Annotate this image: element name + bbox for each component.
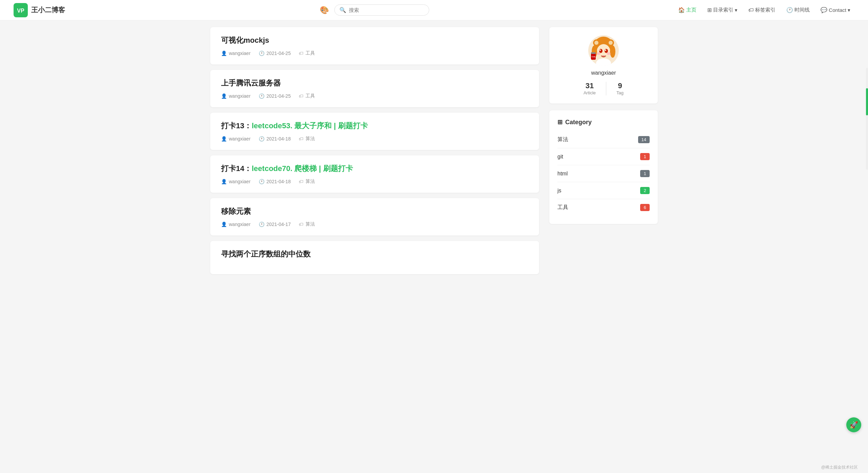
dropdown-arrow-contact: ▾ [848,7,850,13]
logo-svg: VP [14,3,28,17]
category-item-js[interactable]: js 2 [557,182,650,199]
article-card: 打卡13：leetcode53. 最大子序和 | 刷题打卡 👤 wangxiae… [210,113,539,150]
nav-timeline[interactable]: 🕐 时间线 [782,5,814,15]
article-title[interactable]: 寻找两个正序数组的中位数 [221,249,528,259]
grid-category-icon: ⊞ [557,118,563,126]
tag-count: 9 [618,81,622,90]
site-logo[interactable]: VP 王小二博客 [14,3,75,17]
svg-point-13 [599,50,601,51]
search-icon: 🔍 [339,7,346,13]
svg-point-16 [607,52,611,55]
category-item-tools[interactable]: 工具 6 [557,199,650,216]
profile-card: Cola wangxiaer 31 Article 9 Tag [549,27,658,103]
clock-icon: 🕐 [259,179,264,184]
svg-point-10 [609,41,613,45]
article-date: 🕐 2021-04-25 [259,93,291,99]
svg-point-14 [605,50,606,51]
label-icon: 🏷 [299,136,303,141]
site-header: VP 王小二博客 🎨 🔍 🏠 主页 ⊞ 目录索引 ▾ 🏷 标签索引 🕐 时间线 [0,0,868,20]
article-count: 31 [586,81,594,90]
article-author: 👤 wangxiaer [221,93,251,99]
home-icon: 🏠 [678,7,685,13]
category-card: ⊞ Category 算法 14 git 1 html 1 js 2 工具 6 [549,110,658,224]
nav-contact[interactable]: 💬 Contact ▾ [816,5,854,15]
label-icon: 🏷 [299,93,303,99]
article-card: 移除元素 👤 wangxiaer 🕐 2021-04-17 🏷 算法 [210,198,539,235]
article-card: 寻找两个正序数组的中位数 [210,241,539,274]
clock-nav-icon: 🕐 [786,7,793,13]
sidebar: Cola wangxiaer 31 Article 9 Tag [549,27,658,280]
article-title[interactable]: 可视化mockjs [221,35,528,45]
avatar: Cola [588,35,619,66]
clock-icon: 🕐 [259,93,264,99]
stat-article: 31 Article [573,81,606,95]
article-meta: 👤 wangxiaer 🕐 2021-04-18 🏷 算法 [221,136,528,142]
search-box: 🔍 [334,4,429,16]
svg-point-15 [596,52,600,55]
article-meta: 👤 wangxiaer 🕐 2021-04-25 🏷 工具 [221,93,528,99]
clock-icon: 🕐 [259,136,264,141]
svg-point-8 [594,41,598,45]
category-item-algorithm[interactable]: 算法 14 [557,131,650,148]
article-card: 上手腾讯云服务器 👤 wangxiaer 🕐 2021-04-25 🏷 工具 [210,70,539,107]
category-title: ⊞ Category [557,118,650,126]
article-tag[interactable]: 🏷 算法 [299,221,315,227]
header-center: 🎨 🔍 [81,4,667,16]
user-icon: 👤 [221,93,227,99]
chat-icon: 💬 [821,7,827,13]
site-title: 王小二博客 [31,5,65,15]
article-meta: 👤 wangxiaer 🕐 2021-04-18 🏷 算法 [221,178,528,185]
category-item-html[interactable]: html 1 [557,165,650,182]
article-meta: 👤 wangxiaer 🕐 2021-04-17 🏷 算法 [221,221,528,227]
article-title[interactable]: 移除元素 [221,206,528,216]
category-item-git[interactable]: git 1 [557,148,650,165]
article-author: 👤 wangxiaer [221,136,251,141]
clock-icon: 🕐 [259,51,264,56]
category-badge: 1 [640,170,650,177]
category-badge: 2 [640,187,650,194]
svg-point-11 [599,49,603,53]
article-author: 👤 wangxiaer [221,179,251,184]
grid-icon: ⊞ [707,7,712,13]
svg-point-6 [610,45,615,58]
scrollbar-thumb[interactable] [866,88,868,115]
category-badge: 14 [638,136,650,143]
svg-point-12 [605,49,608,53]
palette-icon[interactable]: 🎨 [320,6,329,15]
nav-catalog[interactable]: ⊞ 目录索引 ▾ [703,5,742,15]
article-meta: 👤 wangxiaer 🕐 2021-04-25 🏷 工具 [221,50,528,56]
article-card: 可视化mockjs 👤 wangxiaer 🕐 2021-04-25 🏷 工具 [210,27,539,64]
article-date: 🕐 2021-04-25 [259,51,291,56]
article-card: 打卡14：leetcode70. 爬楼梯 | 刷题打卡 👤 wangxiaer … [210,155,539,193]
article-title[interactable]: 打卡14：leetcode70. 爬楼梯 | 刷题打卡 [221,164,528,174]
nav-home[interactable]: 🏠 主页 [674,5,701,15]
scrollbar[interactable] [866,68,868,170]
article-tag[interactable]: 🏷 算法 [299,136,315,142]
category-badge: 1 [640,153,650,160]
nav-tags[interactable]: 🏷 标签索引 [744,5,780,15]
main-nav: 🏠 主页 ⊞ 目录索引 ▾ 🏷 标签索引 🕐 时间线 💬 Contact ▾ [674,5,854,15]
article-date: 🕐 2021-04-17 [259,222,291,227]
label-icon: 🏷 [299,179,303,184]
svg-text:Cola: Cola [592,56,595,58]
clock-icon: 🕐 [259,222,264,227]
article-tag[interactable]: 🏷 算法 [299,178,315,185]
label-icon: 🏷 [299,222,303,227]
svg-text:VP: VP [17,8,24,14]
profile-stats: 31 Article 9 Tag [557,81,650,95]
search-input[interactable] [349,7,424,13]
article-author: 👤 wangxiaer [221,222,251,227]
article-tag[interactable]: 🏷 工具 [299,50,315,56]
user-icon: 👤 [221,179,227,184]
svg-rect-18 [591,52,596,54]
article-author: 👤 wangxiaer [221,51,251,56]
label-icon: 🏷 [299,51,303,56]
article-title[interactable]: 上手腾讯云服务器 [221,78,528,88]
article-title[interactable]: 打卡13：leetcode53. 最大子序和 | 刷题打卡 [221,121,528,131]
avatar-image: Cola [588,35,619,66]
article-tag[interactable]: 🏷 工具 [299,93,315,99]
profile-username: wangxiaer [591,70,616,76]
tag-label: Tag [616,90,624,95]
main-layout: 可视化mockjs 👤 wangxiaer 🕐 2021-04-25 🏷 工具 [197,20,671,286]
article-label: Article [584,90,596,95]
